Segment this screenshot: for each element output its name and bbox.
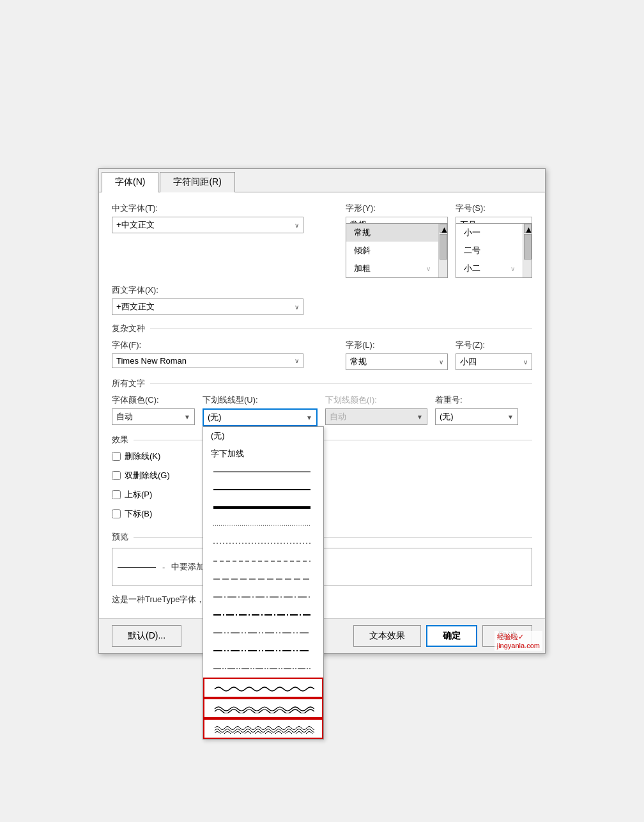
emphasis-arrow-icon: ▼: [503, 414, 514, 421]
style-down-arrow-icon: ∨: [426, 265, 431, 272]
underline-option-thick[interactable]: [203, 499, 323, 516]
size-down-arrow-icon: ∨: [510, 265, 515, 272]
style-options: 常规 倾斜 加粗 ∨: [346, 224, 438, 277]
size-main-group: 字号(S): 五号 ∧ 小一 二号 小二 ∨: [456, 203, 532, 233]
font-dialog: 字体(N) 字符间距(R) 中文字体(T): +中文正文 ∨ 字形(Y): 常规…: [98, 168, 546, 654]
strikethrough-label: 删除线(K): [125, 451, 160, 462]
underline-option-wave3[interactable]: [203, 718, 323, 739]
medium-line-svg: [211, 485, 313, 495]
complex-size-group: 字号(Z): 小四 ∨: [456, 339, 532, 370]
underline-option-wave2[interactable]: [203, 698, 323, 718]
underline-color-label: 下划线颜色(I):: [325, 394, 427, 406]
size-scroll-up-btn[interactable]: ▲: [524, 224, 532, 233]
chinese-font-row: 中文字体(T): +中文正文 ∨ 字形(Y): 常规 ∧ 常规 倾斜: [112, 203, 532, 233]
font-color-value: 自动: [116, 411, 133, 423]
underline-color-value: 自动: [330, 411, 346, 423]
underline-option-medium[interactable]: [203, 481, 323, 499]
size-options: 小一 二号 小二 ∨: [456, 224, 523, 277]
dotted-fine-svg: [211, 520, 313, 531]
style-label: 字形(Y):: [346, 203, 448, 214]
style-option-bold[interactable]: 加粗 ∨: [346, 260, 438, 277]
dotted-medium-svg: [211, 538, 313, 548]
complex-font-select[interactable]: Times New Roman ∨: [112, 353, 303, 368]
wave2-svg: [212, 703, 314, 713]
underline-style-group: 下划线线型(U): (无) ▼ (无) 字下加线: [203, 394, 318, 426]
subscript-row: 下标(B): [112, 508, 170, 520]
double-strike-checkbox[interactable]: [112, 471, 121, 480]
complex-font-arrow-icon: ∨: [291, 357, 299, 364]
font-color-label: 字体颜色(C):: [112, 394, 195, 406]
size-option-xiao2[interactable]: 小二 ∨: [456, 260, 523, 277]
underline-style-select[interactable]: (无) ▼: [203, 408, 318, 426]
dot-dash-thick-svg: [211, 628, 313, 638]
strikethrough-row: 删除线(K): [112, 451, 170, 462]
complex-style-label: 字形(L):: [346, 339, 448, 351]
underline-option-dash-dot[interactable]: [203, 588, 323, 606]
western-font-select[interactable]: +西文正文 ∨: [112, 299, 303, 315]
underline-option-none[interactable]: (无): [203, 427, 323, 445]
superscript-checkbox[interactable]: [112, 490, 121, 499]
underline-option-dotted-fine[interactable]: [203, 516, 323, 534]
chinese-font-arrow-icon: ∨: [291, 222, 299, 229]
style-dropdown: 常规 倾斜 加粗 ∨ ▲: [346, 223, 448, 278]
subscript-checkbox[interactable]: [112, 509, 121, 518]
dashed-medium-svg: [211, 574, 313, 584]
subscript-label: 下标(B): [125, 508, 152, 520]
underline-option-wave1[interactable]: [203, 678, 323, 698]
complex-row: 字体(F): Times New Roman ∨ 字形(L): 常规 ∨ 字号(…: [112, 339, 532, 370]
complex-size-value: 小四: [460, 356, 477, 368]
text-effects-button[interactable]: 文本效果: [353, 625, 421, 647]
underline-option-dashed-short[interactable]: [203, 552, 323, 570]
style-scrollbar[interactable]: ▲: [438, 224, 447, 277]
underline-option-dash-dash[interactable]: [203, 606, 323, 624]
underline-color-select: 自动 ▼: [325, 408, 427, 425]
complex-style-arrow-icon: ∨: [435, 359, 443, 366]
dot-dot-dash2-svg: [211, 663, 313, 674]
underline-option-dot-dot-dash[interactable]: [203, 642, 323, 660]
font-color-arrow-icon: ▼: [180, 414, 190, 421]
font-color-select[interactable]: 自动 ▼: [112, 408, 195, 425]
complex-font-label: 字体(F):: [112, 339, 338, 351]
emphasis-value: (无): [440, 411, 454, 423]
underline-style-value: (无): [208, 412, 222, 423]
tab-font[interactable]: 字体(N): [102, 172, 158, 192]
underline-option-dashed-medium[interactable]: [203, 570, 323, 588]
complex-style-group: 字形(L): 常规 ∨: [346, 339, 448, 370]
size-option-xiao1[interactable]: 小一: [456, 224, 523, 242]
underline-option-dot-dash-thick[interactable]: [203, 624, 323, 642]
complex-font-value: Times New Roman: [116, 356, 187, 366]
default-button[interactable]: 默认(D)...: [112, 625, 181, 647]
size-scroll-thumb[interactable]: [524, 234, 532, 260]
complex-style-select[interactable]: 常规 ∨: [346, 353, 448, 370]
underline-color-arrow-icon: ▼: [413, 414, 423, 421]
underline-option-under-char[interactable]: 字下加线: [203, 445, 323, 463]
emphasis-select[interactable]: (无) ▼: [435, 408, 518, 425]
size-main-label: 字号(S):: [456, 203, 532, 214]
tab-spacing[interactable]: 字符间距(R): [160, 172, 234, 192]
underline-option-dot-dot-dash2[interactable]: [203, 660, 323, 678]
style-option-italic[interactable]: 倾斜: [346, 242, 438, 260]
double-strike-row: 双删除线(G): [112, 470, 170, 481]
ok-button[interactable]: 确定: [426, 625, 477, 647]
complex-size-select[interactable]: 小四 ∨: [456, 353, 532, 370]
tab-bar: 字体(N) 字符间距(R): [99, 169, 545, 192]
effects-left-col: 删除线(K) 双删除线(G) 上标(P) 下标(B): [112, 451, 170, 523]
scroll-up-btn[interactable]: ▲: [440, 224, 447, 233]
underline-option-thin[interactable]: [203, 463, 323, 481]
style-option-normal[interactable]: 常规: [346, 224, 438, 242]
size-scrollbar[interactable]: ▲: [523, 224, 532, 277]
scroll-thumb[interactable]: [440, 234, 447, 260]
chinese-font-select[interactable]: +中文正文 ∨: [112, 217, 303, 233]
underline-style-arrow-icon: ▼: [302, 414, 312, 421]
western-font-group: 西文字体(X): +西文正文 ∨: [112, 284, 532, 315]
underline-option-dotted-medium[interactable]: [203, 534, 323, 552]
strikethrough-checkbox[interactable]: [112, 452, 121, 461]
complex-size-label: 字号(Z):: [456, 339, 532, 351]
size-option-2[interactable]: 二号: [456, 242, 523, 260]
emphasis-group: 着重号: (无) ▼: [435, 394, 518, 425]
dash-dash-svg: [211, 610, 313, 620]
size-dropdown: 小一 二号 小二 ∨ ▲: [456, 223, 532, 278]
complex-size-arrow-icon: ∨: [519, 359, 528, 366]
complex-style-value: 常规: [350, 356, 367, 368]
western-font-value: +西文正文: [116, 301, 155, 313]
